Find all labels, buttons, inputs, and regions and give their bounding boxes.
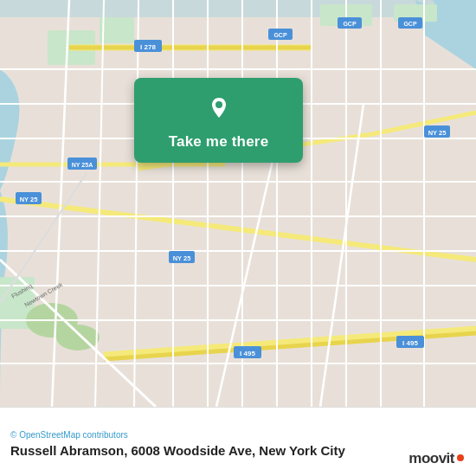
svg-text:NY 25A: NY 25A xyxy=(72,162,93,168)
svg-text:I 278: I 278 xyxy=(140,43,156,51)
svg-point-66 xyxy=(215,101,222,108)
take-me-there-label: Take me there xyxy=(169,133,269,151)
moovit-text: moovit xyxy=(408,450,454,467)
map-svg: I 278 NY 25 NY 25 NY 25A NY 25A GCP GCP … xyxy=(0,0,476,407)
svg-text:GCP: GCP xyxy=(273,32,287,38)
osm-attribution: © OpenStreetMap contributors xyxy=(10,430,466,440)
map-area: I 278 NY 25 NY 25 NY 25A NY 25A GCP GCP … xyxy=(0,0,476,407)
address-text: Russell Abramson, 6008 Woodside Ave, New… xyxy=(10,443,466,458)
svg-text:GCP: GCP xyxy=(343,21,357,27)
svg-rect-3 xyxy=(100,17,134,43)
svg-text:I 495: I 495 xyxy=(402,339,418,347)
svg-text:NY 25: NY 25 xyxy=(428,129,447,137)
svg-text:NY 25: NY 25 xyxy=(20,196,38,203)
moovit-dot xyxy=(457,454,464,461)
navigate-popup[interactable]: Take me there xyxy=(134,78,303,163)
bottom-info-bar: © OpenStreetMap contributors Russell Abr… xyxy=(0,407,476,476)
svg-text:NY 25: NY 25 xyxy=(173,254,191,262)
moovit-logo: moovit xyxy=(408,450,464,467)
svg-text:I 495: I 495 xyxy=(240,350,255,357)
location-pin-icon xyxy=(203,92,235,125)
osm-link[interactable]: OpenStreetMap contributors xyxy=(19,430,128,440)
copyright-symbol: © xyxy=(10,430,19,440)
svg-text:GCP: GCP xyxy=(403,21,417,27)
